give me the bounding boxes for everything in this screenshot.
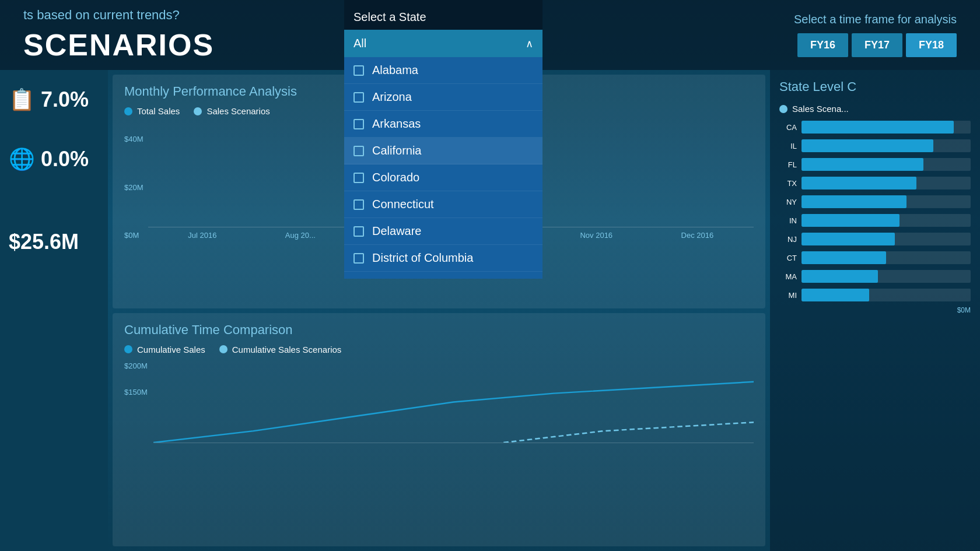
- cumulative-scenario-line: [503, 422, 754, 443]
- state-row-mi: MI: [779, 289, 971, 301]
- state-ny-bar-fill: [802, 195, 907, 208]
- label-florida: Florida: [372, 278, 408, 279]
- state-ca-label: CA: [779, 123, 797, 132]
- dropdown-item-connecticut[interactable]: Connecticut: [344, 191, 542, 218]
- label-california: California: [372, 144, 421, 157]
- kpi-section: 📋 7.0% 🌐 0.0% $25.6M: [9, 87, 99, 254]
- state-ct-bar-bg: [802, 251, 971, 264]
- all-option-text: All: [354, 37, 366, 50]
- cumulative-panel: Cumulative Time Comparison Cumulative Sa…: [113, 313, 765, 547]
- checkbox-delaware[interactable]: [354, 226, 364, 237]
- state-ny-label: NY: [779, 198, 797, 206]
- kpi-3-value: $25.6M: [9, 230, 79, 254]
- x-label-aug: Aug 20...: [285, 231, 316, 240]
- dropdown-item-california[interactable]: California: [344, 138, 542, 164]
- x-label-dec: Dec 2016: [681, 231, 714, 240]
- cumulative-legend-sales: Cumulative Sales: [124, 345, 205, 355]
- state-tx-bar-bg: [802, 177, 971, 189]
- state-row-ma: MA: [779, 270, 971, 283]
- state-row-ct: CT: [779, 251, 971, 264]
- dropdown-list[interactable]: Alabama Arizona Arkansas California Colo…: [344, 57, 542, 279]
- state-row-fl: FL: [779, 158, 971, 171]
- state-legend-label: Sales Scena...: [792, 104, 849, 114]
- state-ma-bar-bg: [802, 270, 971, 283]
- cumulative-line-chart: [153, 362, 754, 443]
- checkbox-alabama[interactable]: [354, 65, 364, 76]
- monthly-y-labels: $40M $20M $0M: [124, 135, 144, 240]
- label-delaware: Delaware: [372, 224, 421, 238]
- state-nj-bar-fill: [802, 233, 895, 245]
- dropdown-item-arkansas[interactable]: Arkansas: [344, 111, 542, 138]
- state-nj-bar-bg: [802, 233, 971, 245]
- cum-y-150m: $150M: [124, 388, 148, 396]
- state-il-bar-bg: [802, 139, 971, 152]
- state-fl-label: FL: [779, 160, 797, 169]
- dropdown-item-colorado[interactable]: Colorado: [344, 164, 542, 191]
- cum-y-200m: $200M: [124, 362, 148, 370]
- checkbox-dc[interactable]: [354, 253, 364, 264]
- state-tx-bar-fill: [802, 177, 916, 189]
- chevron-up-icon: ∧: [526, 37, 533, 50]
- cumulative-scenarios-label: Cumulative Sales Scenarios: [232, 345, 342, 355]
- state-fl-bar-fill: [802, 158, 923, 171]
- cumulative-legend: Cumulative Sales Cumulative Sales Scenar…: [124, 345, 754, 355]
- checkbox-arizona[interactable]: [354, 92, 364, 103]
- x-label-jul: Jul 2016: [188, 231, 216, 240]
- dropdown-item-dc[interactable]: District of Columbia: [344, 245, 542, 272]
- fy18-button[interactable]: FY18: [906, 33, 957, 57]
- cum-legend-dot-light: [219, 345, 228, 353]
- checkbox-arkansas[interactable]: [354, 119, 364, 129]
- kpi-3: $25.6M: [9, 230, 99, 254]
- state-legend-scenario: Sales Scena...: [779, 104, 849, 114]
- state-legend: Sales Scena...: [779, 104, 971, 114]
- state-ca-bar-bg: [802, 121, 971, 134]
- select-all-bar[interactable]: All ∧: [344, 30, 542, 57]
- cumulative-sales-label: Cumulative Sales: [137, 345, 205, 355]
- kpi-1: 📋 7.0%: [9, 87, 99, 112]
- select-state-label: Select a State: [344, 0, 542, 30]
- right-sidebar: State Level C Sales Scena... CA IL FL: [770, 70, 980, 551]
- fy-buttons: FY16 FY17 FY18: [797, 33, 957, 57]
- state-in-label: IN: [779, 216, 797, 225]
- state-ma-bar-fill: [802, 270, 878, 283]
- label-colorado: Colorado: [372, 171, 419, 184]
- y-label-40m: $40M: [124, 135, 144, 143]
- state-ct-label: CT: [779, 254, 797, 262]
- legend-sales-scenarios-label: Sales Scenarios: [206, 106, 270, 116]
- cumulative-chart: $200M $150M: [124, 362, 754, 443]
- dropdown-item-florida[interactable]: Florida: [344, 272, 542, 279]
- dropdown-item-arizona[interactable]: Arizona: [344, 84, 542, 111]
- select-state-container[interactable]: Select a State All ∧ Alabama Arizona Ark…: [344, 0, 542, 279]
- x-label-nov: Nov 2016: [580, 231, 612, 240]
- checkbox-connecticut[interactable]: [354, 199, 364, 210]
- state-row-ca: CA: [779, 121, 971, 134]
- kpi-2-icon: 🌐: [9, 147, 35, 171]
- checkbox-california[interactable]: [354, 146, 364, 156]
- state-mi-label: MI: [779, 291, 797, 300]
- state-row-in: IN: [779, 214, 971, 227]
- dropdown-item-alabama[interactable]: Alabama: [344, 57, 542, 84]
- state-ny-bar-bg: [802, 195, 971, 208]
- left-sidebar: 📋 7.0% 🌐 0.0% $25.6M: [0, 70, 108, 551]
- legend-sales-scenarios: Sales Scenarios: [194, 106, 270, 116]
- dropdown-item-delaware[interactable]: Delaware: [344, 218, 542, 245]
- y-label-0m: $0M: [124, 231, 144, 240]
- state-row-nj: NJ: [779, 233, 971, 245]
- state-nj-label: NJ: [779, 235, 797, 244]
- cumulative-legend-scenarios: Cumulative Sales Scenarios: [219, 345, 342, 355]
- label-connecticut: Connecticut: [372, 198, 434, 211]
- label-arizona: Arizona: [372, 90, 412, 104]
- cumulative-panel-title: Cumulative Time Comparison: [124, 322, 754, 338]
- fy16-button[interactable]: FY16: [797, 33, 848, 57]
- state-ct-bar-fill: [802, 251, 886, 264]
- state-bar-chart: CA IL FL TX: [779, 121, 971, 301]
- kpi-2-value: 0.0%: [41, 147, 89, 171]
- state-mi-bar-fill: [802, 289, 869, 301]
- state-ma-label: MA: [779, 272, 797, 281]
- top-bar-right: Select a time frame for analysis FY16 FY…: [794, 13, 957, 57]
- checkbox-colorado[interactable]: [354, 173, 364, 183]
- fy17-button[interactable]: FY17: [852, 33, 902, 57]
- kpi-1-value: 7.0%: [41, 87, 89, 112]
- state-in-bar-fill: [802, 214, 900, 227]
- kpi-1-icon: 📋: [9, 87, 35, 112]
